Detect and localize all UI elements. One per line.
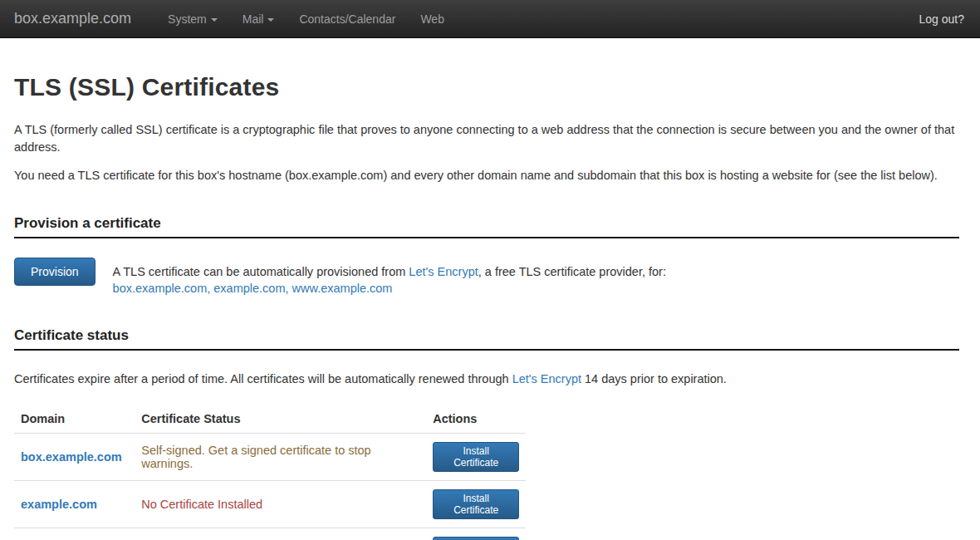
- certificate-status-text: No Certificate Installed: [135, 481, 426, 528]
- status-section-heading: Certificate status: [14, 327, 959, 351]
- certificate-status-text: Self-signed. Get a signed certificate to…: [135, 434, 426, 481]
- lets-encrypt-link[interactable]: Let's Encrypt: [512, 372, 581, 385]
- nav-item-mail-label: Mail: [243, 12, 264, 26]
- page-title: TLS (SSL) Certificates: [14, 73, 959, 101]
- nav-item-system-label: System: [168, 12, 207, 26]
- column-header-actions: Actions: [426, 405, 526, 434]
- provision-section-heading: Provision a certificate: [14, 215, 959, 238]
- install-certificate-button[interactable]: Install Certificate: [433, 442, 519, 472]
- navbar-menu: System Mail Contacts/Calendar Web: [155, 1, 457, 37]
- table-row: box.example.com Self-signed. Get a signe…: [14, 434, 526, 481]
- lets-encrypt-link[interactable]: Let's Encrypt: [409, 265, 478, 278]
- provision-text-after: , a free TLS certificate provider, for:: [478, 265, 666, 278]
- nav-item-web[interactable]: Web: [408, 1, 457, 37]
- nav-item-mail[interactable]: Mail: [230, 1, 287, 37]
- domain-link[interactable]: example.com: [21, 498, 97, 511]
- certificate-status-text: No Certificate Installed: [135, 528, 426, 540]
- provision-row: Provision A TLS certificate can be autom…: [14, 258, 959, 297]
- chevron-down-icon: [211, 18, 218, 22]
- table-header-row: Domain Certificate Status Actions: [14, 405, 526, 434]
- domain-link[interactable]: box.example.com: [21, 450, 122, 464]
- column-header-domain: Domain: [14, 405, 135, 434]
- status-text-before: Certificates expire after a period of ti…: [14, 372, 512, 385]
- table-row: example.com No Certificate Installed Ins…: [14, 481, 526, 528]
- provision-description: A TLS certificate can be automatically p…: [113, 258, 666, 297]
- status-text-after: 14 days prior to expiration.: [581, 372, 727, 385]
- logout-link[interactable]: Log out?: [919, 12, 980, 26]
- certificate-table: Domain Certificate Status Actions box.ex…: [14, 405, 526, 540]
- provision-text-before: A TLS certificate can be automatically p…: [113, 265, 409, 278]
- intro-paragraph-1: A TLS (formerly called SSL) certificate …: [14, 121, 959, 156]
- intro-paragraph-2: You need a TLS certificate for this box'…: [14, 167, 959, 184]
- status-note: Certificates expire after a period of ti…: [14, 372, 959, 385]
- column-header-status: Certificate Status: [135, 405, 426, 434]
- provision-domains-links[interactable]: box.example.com, example.com, www.exampl…: [113, 280, 666, 297]
- install-certificate-button[interactable]: Install Certificate: [433, 489, 519, 519]
- navbar-brand[interactable]: box.example.com: [0, 10, 144, 27]
- table-row: www.example.com No Certificate Installed…: [14, 528, 526, 540]
- nav-item-system[interactable]: System: [155, 1, 230, 37]
- provision-button[interactable]: Provision: [14, 258, 96, 286]
- main-content: TLS (SSL) Certificates A TLS (formerly c…: [0, 73, 980, 540]
- nav-item-contacts-calendar[interactable]: Contacts/Calendar: [287, 1, 408, 37]
- top-navbar: box.example.com System Mail Contacts/Cal…: [0, 0, 980, 38]
- chevron-down-icon: [267, 18, 274, 22]
- provision-description-line1: A TLS certificate can be automatically p…: [113, 263, 666, 280]
- install-certificate-button[interactable]: Install Certificate: [433, 537, 519, 540]
